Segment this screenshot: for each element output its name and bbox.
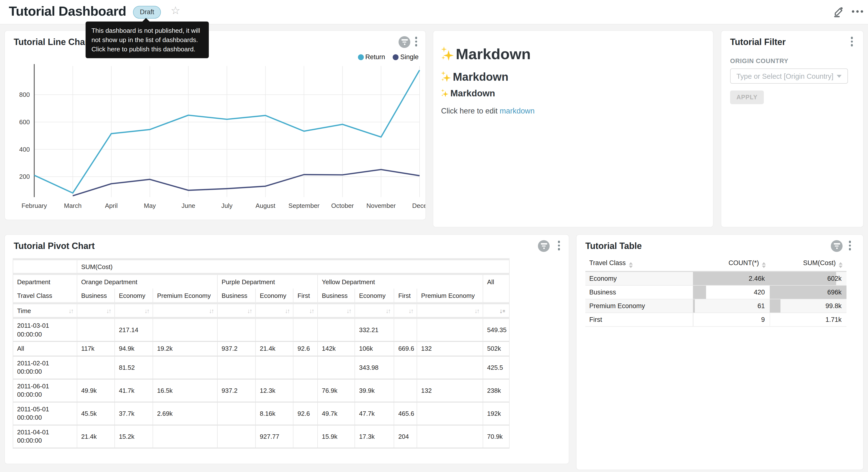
more-options-icon[interactable] bbox=[852, 10, 863, 13]
pivot-cell bbox=[293, 425, 318, 448]
pivot-table: SUM(Cost)DepartmentOrange DepartmentPurp… bbox=[13, 258, 509, 448]
sort-icon[interactable]: ↓↑ bbox=[209, 307, 213, 314]
series-line-single[interactable] bbox=[73, 170, 420, 196]
sum-cell: 1.71k bbox=[770, 313, 846, 326]
pivot-cell: 937.2 bbox=[217, 379, 255, 402]
pivot-cell bbox=[293, 356, 318, 379]
markdown-footer: Click here to edit markdown bbox=[441, 107, 535, 115]
pivot-cell bbox=[217, 402, 255, 425]
pivot-cell bbox=[318, 318, 355, 342]
pivot-cell: 39.9k bbox=[355, 379, 394, 402]
pivot-class-header: Premium Economy bbox=[417, 289, 483, 303]
pivot-cell: 70.9k bbox=[483, 425, 509, 448]
column-header-sum-cost-[interactable]: SUM(Cost) bbox=[770, 256, 846, 271]
card-menu-icon[interactable] bbox=[846, 241, 853, 250]
pivot-cell: 92.6 bbox=[293, 342, 318, 356]
pivot-cell bbox=[153, 425, 217, 448]
pivot-sort-cell: ↓↑ bbox=[293, 303, 318, 318]
apply-button[interactable]: APPLY bbox=[730, 90, 764, 104]
draft-status-badge[interactable]: Draft bbox=[133, 6, 161, 19]
sort-icon[interactable]: ↓↑ bbox=[309, 307, 313, 314]
count-cell: 2.46k bbox=[693, 271, 770, 285]
pivot-row-label: 2011-06-01 00:00:00 bbox=[13, 379, 77, 402]
markdown-heading-2: Markdown bbox=[441, 70, 508, 84]
sort-carets-icon bbox=[629, 262, 632, 268]
sort-desc-icon[interactable]: ↓≡ bbox=[499, 307, 505, 314]
publish-tooltip[interactable]: This dashboard is not published, it will… bbox=[86, 22, 209, 58]
x-axis-label: August bbox=[255, 202, 276, 209]
line-chart-plot[interactable]: 200400600800FebruaryMarchAprilMayJuneJul… bbox=[5, 31, 426, 218]
pivot-cell bbox=[256, 356, 293, 379]
pivot-cell: 425.5 bbox=[483, 356, 509, 379]
markdown-card: Markdown Markdown Markdown Click here to… bbox=[433, 30, 713, 228]
pivot-cell: 204 bbox=[394, 425, 417, 448]
pivot-cell bbox=[417, 402, 483, 425]
pivot-cell bbox=[217, 356, 255, 379]
count-cell: 420 bbox=[693, 285, 770, 299]
sort-icon[interactable]: ↓↑ bbox=[285, 307, 289, 314]
pivot-cell: 343.98 bbox=[355, 356, 394, 379]
pivot-cell: 45.5k bbox=[77, 402, 115, 425]
pivot-sort-cell: ↓↑ bbox=[355, 303, 394, 318]
pivot-row: 2011-05-01 00:00:0045.5k37.7k2.69k8.16k9… bbox=[13, 402, 509, 425]
x-axis-label: Dece bbox=[412, 202, 426, 209]
x-axis-label: October bbox=[331, 202, 354, 209]
pivot-cell: 94.9k bbox=[115, 342, 153, 356]
markdown-heading-3: Markdown bbox=[441, 88, 495, 99]
sort-icon[interactable]: ↓↑ bbox=[68, 307, 73, 314]
pivot-chart-card: Tutorial Pivot Chart SUM(Cost)Department… bbox=[4, 234, 569, 464]
pivot-cell: 41.7k bbox=[115, 379, 153, 402]
pivot-sort-cell: ↓↑ bbox=[318, 303, 355, 318]
sort-icon[interactable]: ↓↑ bbox=[385, 307, 390, 314]
favorite-star-icon[interactable]: ☆ bbox=[170, 4, 180, 17]
column-header-count-[interactable]: COUNT(*) bbox=[693, 256, 770, 271]
y-axis-tick: 400 bbox=[19, 146, 30, 153]
pivot-sort-cell: ↓↑ bbox=[217, 303, 255, 318]
pivot-row: 2011-03-01 00:00:00217.14332.21549.35 bbox=[13, 318, 509, 342]
pivot-cell: 49.9k bbox=[77, 379, 115, 402]
travel-class-cell: Premium Economy bbox=[585, 299, 693, 313]
filter-indicator-icon[interactable] bbox=[538, 240, 550, 252]
page-title: Tutorial Dashboard bbox=[9, 4, 126, 19]
chevron-down-icon bbox=[837, 75, 842, 78]
sort-icon[interactable]: ↓↑ bbox=[408, 307, 413, 314]
dashboard-stage: Tutorial Dashboard Draft ☆ This dashboar… bbox=[0, 0, 868, 472]
pivot-table-grid: SUM(Cost)DepartmentOrange DepartmentPurp… bbox=[13, 258, 509, 448]
sort-icon[interactable]: ↓↑ bbox=[106, 307, 111, 314]
pivot-class-header bbox=[483, 289, 509, 303]
pivot-corner-cell bbox=[13, 259, 77, 274]
pivot-row-label: 2011-03-01 00:00:00 bbox=[13, 318, 77, 342]
sort-icon[interactable]: ↓↑ bbox=[474, 307, 479, 314]
origin-country-select[interactable]: Type or Select [Origin Country] bbox=[730, 68, 848, 84]
pivot-class-header: First bbox=[394, 289, 417, 303]
sort-icon[interactable]: ↓↑ bbox=[247, 307, 252, 314]
pivot-cell: 132 bbox=[417, 379, 483, 402]
card-menu-icon[interactable] bbox=[556, 241, 562, 250]
pivot-cell bbox=[417, 425, 483, 448]
pivot-cell: 8.16k bbox=[256, 402, 293, 425]
filter-card-title: Tutorial Filter bbox=[730, 37, 785, 48]
pivot-group-header: Purple Department bbox=[217, 274, 318, 289]
table-card-title: Tutorial Table bbox=[585, 241, 642, 252]
pivot-group-header: All bbox=[483, 274, 509, 289]
pivot-cell bbox=[293, 379, 318, 402]
pivot-cell bbox=[256, 318, 293, 342]
edit-markdown-link[interactable]: markdown bbox=[500, 107, 535, 115]
pivot-cell bbox=[394, 379, 417, 402]
card-menu-icon[interactable] bbox=[848, 37, 855, 46]
pivot-cell: 19.2k bbox=[153, 342, 217, 356]
pivot-class-header: Business bbox=[77, 289, 115, 303]
pivot-cell: 49.7k bbox=[318, 402, 355, 425]
x-axis-label: November bbox=[366, 202, 396, 209]
sort-icon[interactable]: ↓↑ bbox=[144, 307, 149, 314]
pivot-cell: 132 bbox=[417, 342, 483, 356]
sort-icon[interactable]: ↓↑ bbox=[346, 307, 351, 314]
column-header-travel-class[interactable]: Travel Class bbox=[585, 256, 693, 271]
tooltip-text: This dashboard is not published, it will… bbox=[91, 27, 200, 53]
pivot-row: 2011-02-01 00:00:0081.52343.98425.5 bbox=[13, 356, 509, 379]
header-bar: Tutorial Dashboard Draft ☆ bbox=[0, 0, 868, 25]
edit-dashboard-icon[interactable] bbox=[833, 6, 844, 18]
pivot-cell bbox=[153, 356, 217, 379]
pivot-cell: 465.6 bbox=[394, 402, 417, 425]
filter-indicator-icon[interactable] bbox=[831, 240, 843, 252]
